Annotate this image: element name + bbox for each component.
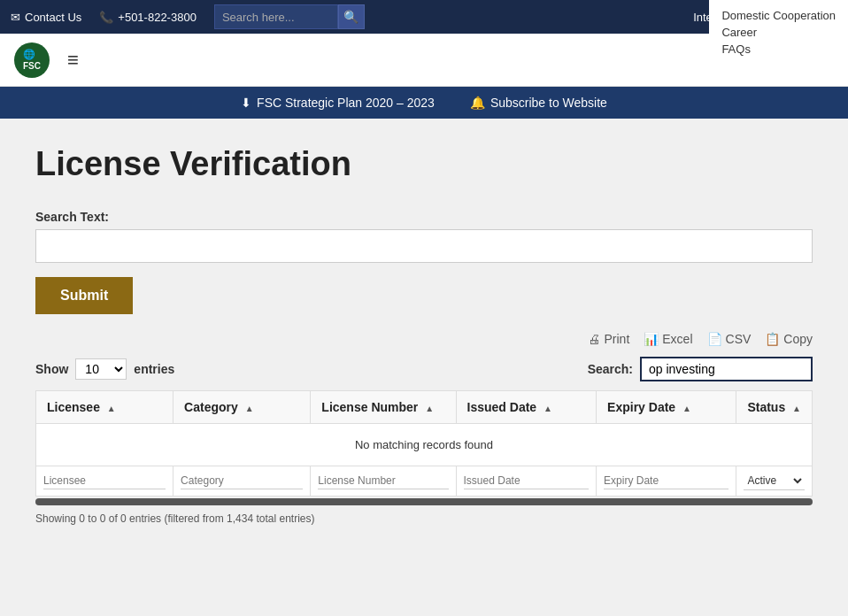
logo[interactable]: 🌐FSC — [14, 42, 50, 78]
top-bar: ✉ Contact Us 📞 +501-822-3800 🔍 Internati… — [0, 0, 848, 34]
filter-expiry-date-cell[interactable] — [597, 466, 736, 497]
table-scrollbar[interactable] — [35, 498, 813, 505]
search-text-label: Search Text: — [35, 210, 813, 224]
top-search-input[interactable] — [214, 4, 338, 29]
copy-button[interactable]: 📋 Copy — [765, 332, 813, 346]
top-bar-left: ✉ Contact Us 📞 +501-822-3800 🔍 — [11, 4, 675, 29]
sort-arrow-license-number: ▲ — [425, 404, 434, 413]
top-search-button[interactable]: 🔍 — [338, 4, 365, 29]
phone-icon: 📞 — [99, 11, 113, 24]
filter-status-cell[interactable]: Active Inactive All — [736, 466, 813, 497]
entries-select[interactable]: 10 25 50 100 — [75, 358, 127, 380]
col-category[interactable]: Category ▲ — [173, 391, 311, 424]
show-label: Show — [35, 362, 68, 376]
print-icon: 🖨 — [588, 332, 600, 346]
subscribe-link[interactable]: 🔔 Subscribe to Website — [470, 96, 607, 110]
sort-arrow-issued-date: ▲ — [543, 404, 552, 413]
contact-us-label: Contact Us — [25, 11, 81, 24]
showing-text: Showing 0 to 0 of 0 entries (filtered fr… — [35, 512, 813, 525]
filter-row: Active Inactive All — [36, 466, 813, 497]
logo-icon: 🌐FSC — [14, 42, 50, 78]
page-title: License Verification — [35, 145, 813, 183]
copy-icon: 📋 — [765, 332, 780, 346]
dropdown-item-faqs[interactable]: FAQs — [721, 41, 836, 58]
table-search-input[interactable] — [640, 357, 813, 381]
excel-icon: 📊 — [644, 332, 659, 346]
logo-text: 🌐FSC — [23, 49, 41, 71]
strategic-plan-link[interactable]: ⬇ FSC Strategic Plan 2020 – 2023 — [241, 96, 435, 110]
envelope-icon: ✉ — [11, 11, 20, 24]
main-content: License Verification Search Text: Submit… — [0, 119, 848, 561]
dropdown-menu: Domestic Cooperation Career FAQs — [709, 0, 848, 65]
entries-label: entries — [134, 362, 174, 376]
sort-arrow-status: ▲ — [792, 404, 801, 413]
no-records-message: No matching records found — [36, 424, 813, 466]
filter-issued-date-cell[interactable] — [456, 466, 597, 497]
print-button[interactable]: 🖨 Print — [588, 332, 629, 346]
sort-arrow-licensee: ▲ — [107, 404, 116, 413]
hamburger-menu[interactable]: ≡ — [67, 49, 79, 72]
search-text-input[interactable] — [35, 229, 813, 263]
strategic-plan-label: FSC Strategic Plan 2020 – 2023 — [257, 96, 435, 110]
phone-item[interactable]: 📞 +501-822-3800 — [99, 11, 197, 24]
data-table: Licensee ▲ Category ▲ License Number ▲ I… — [35, 390, 813, 497]
dropdown-item-career[interactable]: Career — [721, 24, 836, 41]
excel-button[interactable]: 📊 Excel — [644, 332, 692, 346]
filter-licensee-cell[interactable] — [36, 466, 173, 497]
dropdown-item-domestic[interactable]: Domestic Cooperation — [721, 7, 836, 24]
no-records-row: No matching records found — [36, 424, 813, 466]
phone-number: +501-822-3800 — [118, 11, 197, 24]
table-controls: Show 10 25 50 100 entries Search: — [35, 357, 813, 381]
col-issued-date[interactable]: Issued Date ▲ — [456, 391, 597, 424]
filter-license-number-cell[interactable] — [311, 466, 456, 497]
contact-us-item[interactable]: ✉ Contact Us — [11, 11, 81, 24]
filter-license-number-input[interactable] — [318, 473, 448, 489]
show-entries: Show 10 25 50 100 entries — [35, 358, 174, 380]
filter-category-input[interactable] — [181, 473, 303, 489]
col-expiry-date[interactable]: Expiry Date ▲ — [597, 391, 736, 424]
csv-icon: 📄 — [707, 332, 722, 346]
table-search: Search: — [588, 357, 813, 381]
bell-icon: 🔔 — [470, 96, 485, 110]
table-toolbar: 🖨 Print 📊 Excel 📄 CSV 📋 Copy — [35, 332, 813, 346]
submit-button[interactable]: Submit — [35, 277, 133, 314]
table-search-label: Search: — [588, 362, 633, 376]
col-licensee[interactable]: Licensee ▲ — [36, 391, 173, 424]
col-status[interactable]: Status ▲ — [736, 391, 813, 424]
table-header-row: Licensee ▲ Category ▲ License Number ▲ I… — [36, 391, 813, 424]
filter-issued-date-input[interactable] — [464, 473, 590, 489]
download-icon: ⬇ — [241, 96, 251, 110]
col-license-number[interactable]: License Number ▲ — [311, 391, 456, 424]
top-search[interactable]: 🔍 — [214, 4, 365, 29]
sort-arrow-expiry-date: ▲ — [682, 404, 691, 413]
filter-status-select[interactable]: Active Inactive All — [744, 472, 805, 490]
subscribe-label: Subscribe to Website — [490, 96, 607, 110]
csv-button[interactable]: 📄 CSV — [707, 332, 752, 346]
filter-expiry-date-input[interactable] — [604, 473, 729, 489]
filter-licensee-input[interactable] — [43, 473, 166, 489]
sort-arrow-category: ▲ — [245, 404, 254, 413]
filter-category-cell[interactable] — [173, 466, 311, 497]
blue-banner: ⬇ FSC Strategic Plan 2020 – 2023 🔔 Subsc… — [0, 87, 848, 119]
